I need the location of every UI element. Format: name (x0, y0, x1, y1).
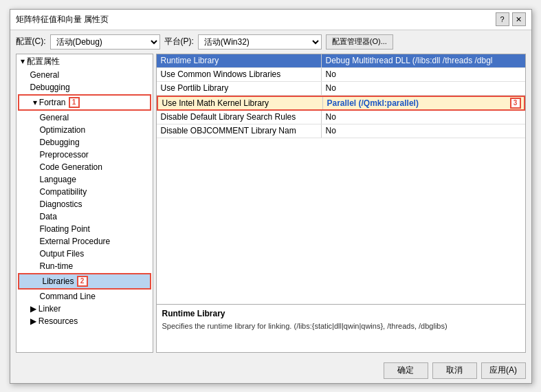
tree-item-code-generation[interactable]: Code Generation (16, 161, 153, 173)
prop-name-cell: Use Portlib Library (157, 82, 322, 95)
prop-name-cell: Disable OBJCOMMENT Library Nam (157, 124, 322, 138)
prop-value-cell: No (322, 68, 525, 81)
prop-row[interactable]: Use Intel Math Kernel LibraryParallel (/… (157, 96, 525, 111)
dialog-title: 矩阵特征值和向量 属性页 (16, 14, 109, 25)
tree-item-diagnostics[interactable]: Diagnostics (16, 198, 153, 210)
tree-item-optimization[interactable]: Optimization (16, 124, 153, 136)
tree-item-label: Command Line (40, 292, 96, 301)
apply-button[interactable]: 应用(A) (481, 362, 526, 379)
tree-item-label: General (30, 70, 60, 80)
tree-item-floating-point[interactable]: Floating Point (16, 223, 153, 235)
props-table: Runtime LibraryDebug Multithread DLL (/l… (157, 54, 525, 304)
desc-text: Specifies the runtime library for linkin… (162, 321, 520, 331)
prop-name-cell: Use Common Windows Libraries (157, 68, 322, 81)
prop-row: Disable OBJCOMMENT Library NamNo (157, 124, 525, 138)
prop-value-cell: Parallel (/Qmkl:parallel) (323, 97, 507, 109)
tree-item-general[interactable]: General (16, 69, 153, 81)
tree-item-label: ▾ Fortran (33, 98, 66, 107)
tree-panel: ▾ 配置属性GeneralDebugging▾ Fortran1GeneralO… (16, 54, 153, 353)
description-panel: Runtime Library Specifies the runtime li… (157, 304, 525, 352)
prop-value-cell: Debug Multithread DLL (/libs:dll /thread… (322, 54, 525, 67)
tree-item-compatibility[interactable]: Compatibility (16, 186, 153, 198)
config-label: 配置(C): (16, 36, 46, 47)
title-controls: ? ✕ (496, 12, 526, 26)
desc-title: Runtime Library (162, 309, 520, 318)
bottom-buttons: 确定 取消 应用(A) (10, 358, 531, 383)
title-bar: 矩阵特征值和向量 属性页 ? ✕ (10, 10, 531, 30)
cancel-button[interactable]: 取消 (432, 362, 477, 379)
prop-value-cell: No (322, 124, 525, 138)
tree-item-label: General (40, 113, 69, 122)
tree-item-pei-zhi[interactable]: ▾ 配置属性 (16, 54, 153, 69)
tree-item-label: Run-time (40, 261, 74, 271)
prop-row: Disable Default Library Search RulesNo (157, 111, 525, 124)
platform-select[interactable]: 活动(Win32) (198, 34, 322, 50)
properties-panel: Runtime LibraryDebug Multithread DLL (/l… (156, 54, 526, 353)
tree-item-linker[interactable]: ▶ Linker (16, 303, 153, 315)
toolbar: 配置(C): 活动(Debug) 平台(P): 活动(Win32) 配置管理器(… (10, 30, 531, 54)
prop-value-cell: No (322, 111, 525, 124)
question-button[interactable]: ? (496, 12, 509, 26)
tree-item-external-procedure[interactable]: External Procedure (16, 235, 153, 248)
tree-item-label: ▶ Linker (30, 304, 61, 314)
tree-item-resources[interactable]: ▶ Resources (16, 315, 153, 327)
prop-row: Use Portlib LibraryNo (157, 82, 525, 96)
tree-item-label: ▶ Resources (30, 316, 78, 326)
tree-item-label: Libraries (43, 276, 74, 286)
tree-item-fortran[interactable]: ▾ Fortran1 (18, 94, 151, 111)
tree-item-preprocessor[interactable]: Preprocessor (16, 149, 153, 161)
tree-item-label: Language (40, 175, 76, 184)
tree-item-output-files[interactable]: Output Files (16, 248, 153, 260)
prop-name-cell: Disable Default Library Search Rules (157, 111, 322, 124)
tree-item-run-time[interactable]: Run-time (16, 260, 153, 272)
config-select[interactable]: 活动(Debug) (50, 34, 160, 50)
tree-item-debugging2[interactable]: Debugging (16, 136, 153, 149)
platform-label: 平台(P): (164, 36, 194, 47)
main-content: ▾ 配置属性GeneralDebugging▾ Fortran1GeneralO… (10, 54, 531, 358)
tree-item-label: Floating Point (40, 224, 90, 234)
prop-value-cell: No (322, 82, 525, 95)
tree-item-label: Preprocessor (40, 150, 89, 160)
tree-item-libraries[interactable]: Libraries2 (18, 273, 151, 290)
tree-item-label: External Procedure (40, 237, 111, 246)
tree-item-label: ▾ 配置属性 (21, 56, 60, 67)
tree-item-general2[interactable]: General (16, 111, 153, 124)
tree-item-label: Compatibility (40, 187, 87, 197)
tree-item-data[interactable]: Data (16, 210, 153, 223)
tree-item-label: Diagnostics (40, 199, 82, 209)
tree-item-label: Debugging (30, 83, 70, 92)
close-button[interactable]: ✕ (512, 12, 526, 26)
tree-item-label: Code Generation (40, 162, 102, 172)
prop-name-cell: Runtime Library (157, 54, 322, 67)
tree-item-label: Data (40, 212, 57, 221)
config-manager-button[interactable]: 配置管理器(O)... (326, 34, 393, 50)
prop-row: Use Common Windows LibrariesNo (157, 68, 525, 82)
tree-item-label: Output Files (40, 249, 85, 259)
tree-item-command-line[interactable]: Command Line (16, 290, 153, 303)
ok-button[interactable]: 确定 (384, 362, 428, 379)
tree-item-language[interactable]: Language (16, 173, 153, 186)
prop-row: Runtime LibraryDebug Multithread DLL (/l… (157, 54, 525, 68)
main-dialog: 矩阵特征值和向量 属性页 ? ✕ 配置(C): 活动(Debug) 平台(P):… (10, 9, 532, 384)
prop-name-cell: Use Intel Math Kernel Library (158, 97, 323, 109)
tree-item-debugging[interactable]: Debugging (16, 81, 153, 94)
tree-item-label: Optimization (40, 125, 86, 135)
tree-item-label: Debugging (40, 138, 80, 147)
